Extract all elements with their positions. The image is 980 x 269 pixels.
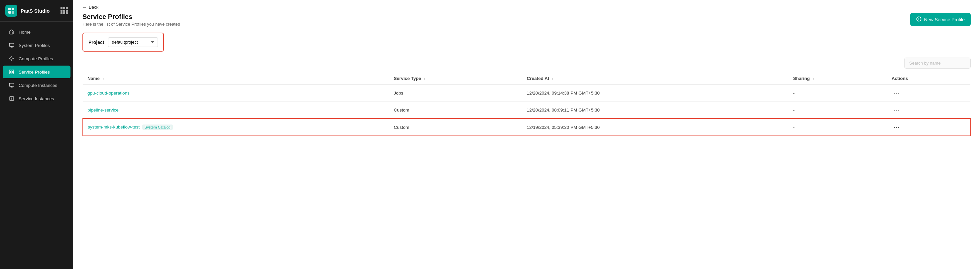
cell-actions: ⋯ [887,118,970,136]
sidebar-item-service-instances[interactable]: Service Instances [3,92,70,105]
home-icon [9,29,14,35]
row-actions-button[interactable]: ⋯ [892,106,902,114]
system-catalog-badge: System Catalog [142,125,173,130]
page-title: Service Profiles [83,13,180,21]
filter-area: Project defaultprojectproject1project2 [73,33,980,51]
table-body: gpu-cloud-operationsJobs12/20/2024, 09:1… [83,85,970,136]
col-sharing[interactable]: Sharing ↕ [789,72,887,85]
cell-name: system-mks-kubeflow-testSystem Catalog [83,118,389,136]
svg-rect-8 [10,70,11,72]
service-profiles-icon [9,69,14,75]
sidebar-item-compute-profiles[interactable]: Compute Profiles [3,52,70,65]
table-row: pipeline-serviceCustom12/20/2024, 08:09:… [83,101,970,119]
cell-created-at: 12/19/2024, 05:39:30 PM GMT+5:30 [522,118,789,136]
cell-sharing: - [789,101,887,119]
project-filter-select[interactable]: defaultprojectproject1project2 [108,37,158,47]
back-label: Back [89,5,99,10]
sidebar-header: PaaS Studio [0,0,73,22]
project-filter-label: Project [88,40,104,45]
new-service-profile-button[interactable]: New Service Profile [910,13,971,26]
sidebar-item-label: Home [19,30,30,35]
compute-profiles-icon [9,56,14,62]
svg-point-7 [11,58,12,59]
sidebar-item-label: Service Instances [19,96,54,101]
sort-icon: ↕ [552,77,554,80]
sidebar-item-label: Compute Profiles [19,56,53,61]
sort-icon: ↕ [424,77,426,80]
app-title: PaaS Studio [21,8,50,14]
back-link[interactable]: ← Back [83,5,971,10]
page-title-section: Service Profiles Here is the list of Ser… [83,13,180,27]
back-arrow-icon: ← [83,5,87,10]
cell-sharing: - [789,85,887,101]
svg-rect-10 [10,72,11,74]
cell-name: gpu-cloud-operations [83,85,389,101]
row-name-link[interactable]: pipeline-service [88,107,119,112]
table-row: system-mks-kubeflow-testSystem CatalogCu… [83,118,970,136]
sort-icon: ↕ [813,77,815,80]
toolbar-row [83,58,971,69]
sidebar-item-system-profiles[interactable]: System Profiles [3,39,70,51]
row-name-link[interactable]: gpu-cloud-operations [88,91,130,96]
cell-actions: ⋯ [887,101,970,119]
sidebar: PaaS Studio Home System Profiles Compute… [0,0,73,269]
table-row: gpu-cloud-operationsJobs12/20/2024, 09:1… [83,85,970,101]
plus-icon [916,16,921,22]
svg-rect-11 [12,72,14,74]
system-profiles-icon [9,42,14,48]
cell-service-type: Jobs [389,85,522,101]
sidebar-nav: Home System Profiles Compute Profiles Se… [0,22,73,269]
compute-instances-icon [9,82,14,88]
cell-created-at: 12/20/2024, 08:09:11 PM GMT+5:30 [522,101,789,119]
row-name-link[interactable]: system-mks-kubeflow-test [88,125,140,130]
search-input[interactable] [904,58,971,69]
service-profiles-table: Name ↕Service Type ↕Created At ↕Sharing … [83,72,971,136]
cell-service-type: Custom [389,101,522,119]
page-subtitle: Here is the list of Service Profiles you… [83,22,180,27]
row-actions-button[interactable]: ⋯ [892,88,902,97]
cell-actions: ⋯ [887,85,970,101]
svg-rect-1 [12,8,14,10]
col-name[interactable]: Name ↕ [83,72,389,85]
col-service_type[interactable]: Service Type ↕ [389,72,522,85]
project-filter-box: Project defaultprojectproject1project2 [83,33,164,51]
sidebar-item-label: Compute Instances [19,83,57,88]
sidebar-item-label: System Profiles [19,43,50,48]
cell-service-type: Custom [389,118,522,136]
sidebar-item-home[interactable]: Home [3,26,70,38]
svg-rect-9 [12,70,14,72]
grid-menu-icon[interactable] [60,7,68,14]
cell-created-at: 12/20/2024, 09:14:38 PM GMT+5:30 [522,85,789,101]
row-actions-button[interactable]: ⋯ [892,123,902,131]
svg-rect-4 [9,43,14,46]
new-button-label: New Service Profile [924,17,965,22]
sidebar-item-service-profiles[interactable]: Service Profiles [3,66,70,78]
col-created_at[interactable]: Created At ↕ [522,72,789,85]
service-instances-icon [9,96,14,101]
content-area: Name ↕Service Type ↕Created At ↕Sharing … [73,58,980,269]
sidebar-item-compute-instances[interactable]: Compute Instances [3,79,70,91]
table-header: Name ↕Service Type ↕Created At ↕Sharing … [83,72,970,85]
top-bar: ← Back Service Profiles Here is the list… [73,0,980,33]
page-header: Service Profiles Here is the list of Ser… [83,13,971,27]
svg-rect-12 [9,83,14,86]
sidebar-item-label: Service Profiles [19,70,50,75]
app-logo [5,5,17,17]
svg-rect-0 [8,8,11,10]
svg-rect-3 [12,11,14,14]
cell-sharing: - [789,118,887,136]
cell-name: pipeline-service [83,101,389,119]
svg-rect-2 [8,11,11,14]
sort-icon: ↕ [102,77,104,80]
col-actions: Actions [887,72,970,85]
main-content: ← Back Service Profiles Here is the list… [73,0,980,269]
